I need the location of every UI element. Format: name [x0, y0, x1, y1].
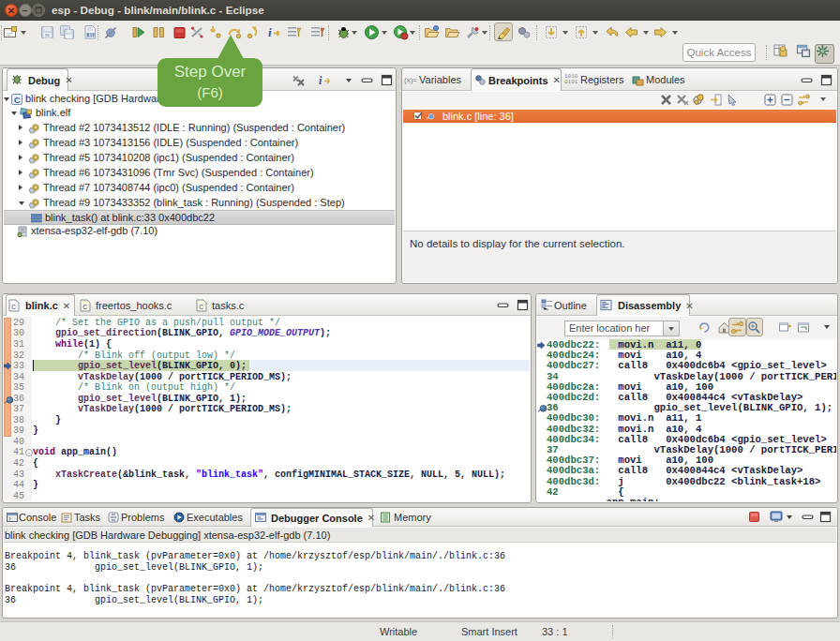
svg-text:C: C — [14, 96, 21, 105]
svg-text:i: i — [268, 25, 272, 39]
svg-text:i: i — [319, 74, 322, 87]
svg-text:c: c — [11, 303, 16, 312]
svg-text:c: c — [199, 303, 203, 312]
svg-text:c: c — [82, 303, 87, 312]
